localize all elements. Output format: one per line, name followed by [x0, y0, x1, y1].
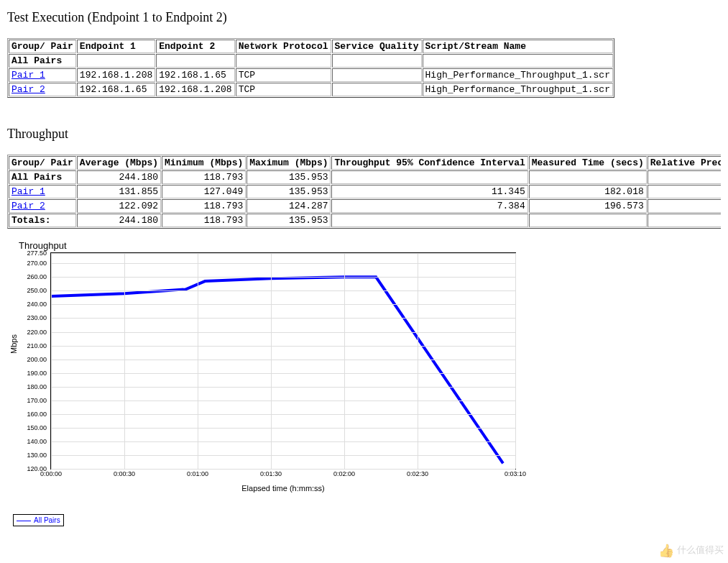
column-header: Endpoint 1	[77, 40, 155, 53]
gridline-h	[51, 373, 515, 374]
gridline-h	[51, 277, 515, 278]
legend-swatch	[17, 521, 31, 521]
gridline-v	[124, 253, 125, 469]
cell: 192.168.1.65	[156, 68, 234, 82]
column-header: Group/ Pair	[9, 40, 76, 53]
gridline-h	[51, 253, 515, 254]
cell	[332, 83, 422, 96]
gridline-h	[51, 304, 515, 305]
cell: 118.793	[162, 170, 246, 184]
x-tick-label: 0:00:30	[114, 470, 135, 477]
cell: High_Performance_Throughput_1.scr	[423, 68, 613, 82]
gridline-v	[51, 253, 52, 469]
table-row: Pair 1192.168.1.208192.168.1.65TCPHigh_P…	[9, 68, 613, 82]
cell: 244.180	[77, 170, 161, 184]
cell: All Pairs	[9, 170, 76, 184]
cell: All Pairs	[9, 54, 76, 68]
column-header: Throughput 95% Confidence Interval	[331, 156, 527, 170]
cell	[331, 170, 527, 184]
column-header: Measured Time (secs)	[529, 156, 647, 170]
cell: TCP	[236, 83, 331, 96]
cell	[423, 54, 613, 68]
y-tick-label: 130.00	[27, 452, 47, 459]
column-header: Group/ Pair	[9, 156, 76, 170]
cell	[648, 170, 721, 184]
table-row: Pair 2122.092118.793124.2877.384196.5736…	[9, 199, 721, 213]
table-row: Totals:244.180118.793135.953	[9, 214, 721, 227]
cell: 182.018	[529, 185, 647, 198]
y-tick-label: 250.00	[27, 287, 47, 294]
cell: TCP	[236, 68, 331, 82]
pair-link[interactable]: Pair 2	[11, 201, 45, 211]
column-header: Service Quality	[332, 40, 422, 53]
cell: 11.345	[331, 185, 527, 198]
throughput-table: Group/ PairAverage (Mbps)Minimum (Mbps)M…	[7, 155, 721, 229]
gridline-h	[51, 469, 515, 470]
cell	[529, 214, 647, 227]
cell: 7.384	[331, 199, 527, 213]
pair-link[interactable]: Pair 1	[11, 70, 45, 81]
cell	[77, 54, 155, 68]
y-tick-label: 140.00	[27, 438, 47, 445]
y-tick-label: 190.00	[27, 370, 47, 377]
cell: 192.168.1.208	[77, 68, 155, 82]
cell: 122.092	[77, 199, 161, 213]
cell: 8.604	[648, 185, 721, 198]
pair-link[interactable]: Pair 1	[11, 186, 45, 197]
y-tick-label: 180.00	[27, 383, 47, 390]
x-axis-label: Elapsed time (h:mm:ss)	[50, 484, 516, 493]
gridline-h	[51, 414, 515, 415]
cell: 196.573	[529, 199, 647, 213]
column-header: Relative Precision	[648, 156, 721, 170]
gridline-h	[51, 346, 515, 347]
chart-legend: All Pairs	[13, 514, 64, 526]
gridline-v	[418, 253, 418, 469]
y-tick-label: 220.00	[27, 329, 47, 336]
gridline-h	[51, 360, 515, 360]
cell: 124.287	[246, 199, 331, 213]
cell: 244.180	[77, 214, 161, 227]
column-header: Minimum (Mbps)	[162, 156, 246, 170]
section-title-throughput: Throughput	[7, 127, 721, 142]
table-row: Pair 2192.168.1.65192.168.1.208TCPHigh_P…	[9, 83, 613, 96]
y-tick-label: 170.00	[27, 397, 47, 404]
table-row: All Pairs	[9, 54, 613, 68]
gridline-h	[51, 455, 515, 456]
gridline-v	[344, 253, 345, 469]
throughput-chart: Throughput Mbps 120.00130.00140.00150.00…	[13, 240, 516, 526]
table-row: All Pairs244.180118.793135.953	[9, 170, 721, 184]
y-tick-label: 240.00	[27, 301, 47, 308]
gridline-h	[51, 318, 515, 319]
exec-table: Group/ PairEndpoint 1Endpoint 2Network P…	[7, 38, 614, 98]
cell: 192.168.1.208	[156, 83, 234, 96]
y-tick-label: 277.50	[27, 250, 47, 257]
pair-link[interactable]: Pair 2	[11, 84, 45, 95]
cell	[332, 68, 422, 82]
gridline-h	[51, 428, 515, 429]
cell: 127.049	[162, 185, 246, 198]
column-header: Script/Stream Name	[423, 40, 613, 53]
x-tick-label: 0:01:00	[187, 470, 208, 477]
cell: 6.048	[648, 199, 721, 213]
y-tick-label: 160.00	[27, 411, 47, 418]
gridline-h	[51, 263, 515, 264]
cell: Totals:	[9, 214, 76, 227]
x-tick-label: 0:01:30	[260, 470, 282, 477]
x-tick-label: 0:02:00	[333, 470, 355, 477]
y-tick-label: 150.00	[27, 424, 47, 431]
gridline-v	[515, 253, 516, 469]
cell: 118.793	[162, 199, 246, 213]
gridline-v	[198, 253, 198, 469]
section-title-exec: Test Execution (Endpoint 1 to Endpoint 2…	[7, 10, 721, 25]
cell	[648, 214, 721, 227]
x-tick-label: 0:02:30	[407, 470, 428, 477]
cell: 135.953	[246, 214, 331, 227]
legend-label: All Pairs	[34, 516, 60, 524]
gridline-h	[51, 400, 515, 401]
column-header: Endpoint 2	[156, 40, 234, 53]
y-tick-label: 210.00	[27, 342, 47, 349]
cell	[156, 54, 234, 68]
cell: 135.953	[246, 170, 331, 184]
cell	[331, 214, 527, 227]
cell: High_Performance_Throughput_1.scr	[423, 83, 613, 96]
